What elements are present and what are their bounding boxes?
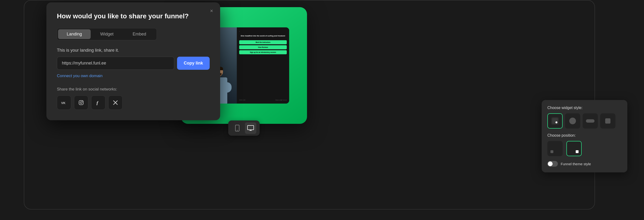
social-x-button[interactable] — [108, 96, 122, 110]
funnel-headline: Dive headfirst into the world of surfing… — [239, 35, 287, 38]
position-options — [548, 141, 584, 156]
widget-style-bubble[interactable] — [548, 113, 562, 128]
funnel-progress: 0:05 / 2:05 — [239, 99, 245, 101]
position-br-indicator — [570, 144, 578, 153]
widget-bubble-preview — [552, 118, 558, 124]
svg-text:f: f — [96, 100, 99, 105]
device-switcher — [228, 120, 260, 136]
tab-landing[interactable]: Landing — [58, 29, 91, 39]
widget-square-shape — [605, 118, 610, 124]
desktop-device-button[interactable] — [245, 122, 256, 134]
social-facebook-button[interactable]: f — [91, 96, 106, 110]
funnel-btn-2[interactable]: View Reviews — [239, 45, 287, 49]
widget-pill-shape — [586, 119, 594, 122]
funnel-footer: 0:05 / 2:05 Made on ▶ Funl.ee — [239, 99, 287, 101]
funnel-back-arrow: ‹ — [239, 30, 287, 32]
widget-style-pill[interactable] — [582, 113, 598, 128]
funnel-made-by: Made on ▶ Funl.ee — [275, 99, 287, 101]
svg-point-2 — [80, 102, 82, 104]
widget-style-title: Choose widget style: — [548, 106, 622, 110]
position-bottom-right[interactable] — [566, 141, 582, 156]
position-br-dot — [576, 150, 578, 153]
widget-style-circle[interactable] — [565, 113, 580, 128]
modal-wrapper: × How would you like to share your funne… — [46, 2, 220, 120]
scene: × How would you like to share your funne… — [0, 0, 644, 220]
toggle-knob — [548, 162, 552, 166]
landing-link-input[interactable] — [57, 57, 174, 70]
widget-style-square[interactable] — [600, 113, 616, 128]
close-icon: × — [210, 8, 213, 14]
modal-title: How would you like to share your funnel? — [57, 12, 210, 20]
share-modal: × How would you like to share your funne… — [46, 2, 220, 120]
svg-point-3 — [82, 101, 83, 102]
link-row: Copy link — [57, 57, 210, 70]
social-label: Share the link on social networks: — [57, 87, 210, 92]
theme-toggle-row: Funnel theme style — [548, 161, 622, 167]
tab-bar: Landing Widget Embed — [57, 28, 157, 40]
close-button[interactable]: × — [208, 7, 216, 15]
position-title: Choose position: — [548, 133, 622, 138]
desktop-icon — [247, 125, 254, 131]
funnel-preview-right: ‹ Dive headfirst into the world of surfi… — [237, 28, 289, 104]
tab-widget[interactable]: Widget — [91, 29, 123, 39]
widget-bubble-dot — [556, 122, 557, 123]
copy-link-button[interactable]: Copy link — [177, 57, 210, 70]
landing-description: This is your landing link, share it. — [57, 48, 210, 53]
position-bottom-left[interactable] — [548, 141, 562, 156]
widget-panel-box: Choose widget style: — [542, 100, 627, 172]
connect-domain-link[interactable]: Connect you own domain — [57, 74, 102, 78]
widget-bubble-inner — [551, 117, 559, 125]
widget-style-options — [548, 113, 622, 128]
theme-toggle-switch[interactable] — [548, 161, 558, 167]
funnel-btn-1[interactable]: Meet the instructors — [239, 40, 287, 44]
widget-circle-shape — [569, 118, 576, 124]
svg-rect-7 — [248, 126, 254, 130]
tab-embed[interactable]: Embed — [123, 29, 156, 39]
social-icons-row: VK f — [57, 96, 210, 110]
svg-text:VK: VK — [61, 101, 66, 104]
mobile-icon — [235, 125, 240, 132]
social-instagram-button[interactable] — [74, 96, 88, 110]
position-bl-dot — [550, 150, 553, 153]
theme-toggle-label: Funnel theme style — [561, 162, 591, 166]
position-bl-indicator — [550, 144, 560, 153]
funnel-btn-3[interactable]: Sign up for an introductory session — [239, 50, 287, 54]
mobile-device-button[interactable] — [232, 122, 243, 134]
svg-point-6 — [237, 130, 238, 131]
social-vk-button[interactable]: VK — [57, 96, 71, 110]
